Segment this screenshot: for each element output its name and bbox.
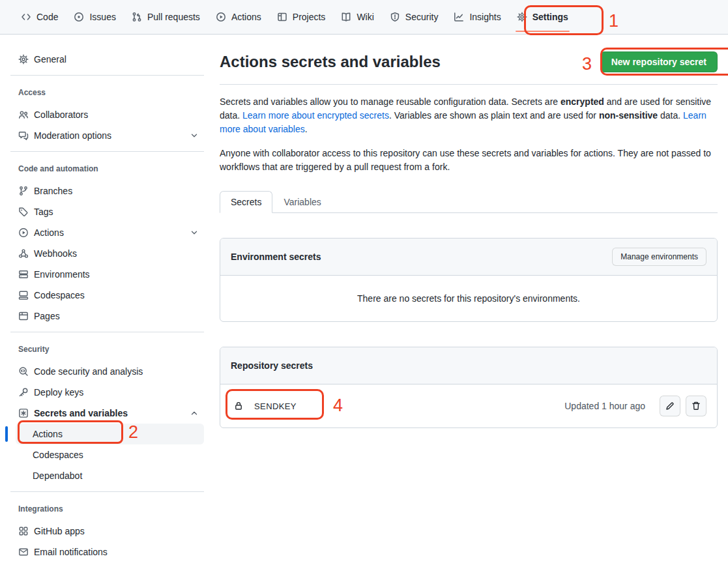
sidebar-subitem-actions[interactable]: Actions — [16, 424, 204, 444]
intro-text: data. — [658, 110, 683, 121]
secret-name: SENDKEY — [254, 401, 297, 411]
tab-settings[interactable]: Settings — [512, 0, 574, 34]
sidebar-item-branches[interactable]: Branches — [16, 181, 204, 201]
chevron-up-icon — [190, 409, 199, 418]
key-asterisk-icon — [18, 408, 29, 418]
sidebar-item-email-notifications[interactable]: Email notifications — [16, 542, 204, 562]
codescan-icon — [18, 366, 29, 377]
comment-discussion-icon — [18, 130, 29, 141]
sidebar-subitem-codespaces[interactable]: Codespaces — [16, 444, 204, 465]
tab-label: Actions — [231, 12, 261, 22]
project-icon — [277, 12, 287, 22]
sidebar-item-collaborators[interactable]: Collaborators — [16, 104, 204, 125]
environment-secrets-box: Environment secrets Manage environments … — [220, 238, 718, 322]
sidebar-section-integrations: Integrations — [16, 502, 204, 515]
sidebar-item-secrets-and-variables[interactable]: Secrets and variables — [16, 403, 204, 424]
tab-security[interactable]: Security — [385, 0, 444, 34]
sidebar-item-label: Collaborators — [34, 109, 88, 120]
repository-secrets-box: Repository secrets SENDKEY Updated 1 hou… — [220, 347, 718, 428]
secret-updated-text: Updated 1 hour ago — [564, 401, 645, 411]
sidebar-item-pages[interactable]: Pages — [16, 306, 204, 326]
play-icon — [216, 12, 226, 22]
sidebar-subitem-dependabot[interactable]: Dependabot — [16, 465, 204, 486]
sidebar-item-deploy-keys[interactable]: Deploy keys — [16, 382, 204, 403]
sidebar-item-general[interactable]: General — [16, 49, 204, 70]
mail-icon — [18, 547, 29, 557]
tab-variables[interactable]: Variables — [272, 191, 332, 213]
sidebar-item-label: GitHub apps — [34, 526, 85, 536]
codespaces-icon — [18, 290, 29, 300]
delete-secret-button[interactable] — [686, 396, 706, 416]
sidebar-divider — [10, 151, 204, 152]
sidebar-item-label: Moderation options — [34, 130, 111, 141]
tab-pull-requests[interactable]: Pull requests — [126, 0, 205, 34]
book-icon — [341, 12, 351, 22]
sidebar-item-tags[interactable]: Tags — [16, 201, 204, 222]
intro-text: . — [305, 124, 308, 134]
tab-wiki[interactable]: Wiki — [336, 0, 379, 34]
tab-label: Security — [405, 12, 439, 22]
sidebar-section-security: Security — [16, 343, 204, 356]
webhook-icon — [18, 248, 29, 259]
sidebar-item-label: Tags — [34, 207, 53, 217]
code-icon — [21, 12, 31, 22]
sidebar-item-label: Secrets and variables — [34, 408, 128, 418]
tab-insights[interactable]: Insights — [448, 0, 506, 34]
sidebar-item-codespaces[interactable]: Codespaces — [16, 285, 204, 306]
sidebar-item-label: General — [34, 54, 66, 65]
page-title: Actions secrets and variables — [220, 51, 441, 72]
secret-name-wrap: SENDKEY — [231, 401, 297, 411]
gear-icon — [18, 54, 29, 65]
tag-icon — [18, 207, 29, 217]
edit-secret-button[interactable] — [660, 396, 680, 416]
page-header: Actions secrets and variables New reposi… — [220, 51, 718, 85]
tab-code[interactable]: Code — [16, 0, 63, 34]
sidebar-item-label: Pages — [34, 311, 60, 321]
tab-secrets[interactable]: Secrets — [220, 191, 272, 213]
collaborator-access-paragraph: Anyone with collaborator access to this … — [220, 147, 718, 174]
tab-actions[interactable]: Actions — [211, 0, 267, 34]
tab-label: Insights — [469, 12, 501, 22]
link-encrypted-secrets[interactable]: Learn more about encrypted secrets — [242, 110, 389, 121]
sidebar-divider — [10, 332, 204, 332]
sidebar-item-label: Code security and analysis — [34, 366, 143, 377]
tab-issues[interactable]: Issues — [68, 0, 121, 34]
sidebar-item-webhooks[interactable]: Webhooks — [16, 243, 204, 264]
graph-icon — [454, 12, 464, 22]
sidebar-section-code-automation: Code and automation — [16, 162, 204, 175]
tab-label: Settings — [532, 12, 568, 22]
apps-grid-icon — [18, 526, 29, 536]
chevron-down-icon — [190, 131, 199, 140]
sidebar-item-label: Actions — [33, 429, 63, 439]
secret-row-sendkey: SENDKEY Updated 1 hour ago — [220, 384, 717, 427]
tab-projects[interactable]: Projects — [272, 0, 331, 34]
sidebar-item-label: Codespaces — [33, 450, 83, 460]
sidebar-section-access: Access — [16, 86, 204, 99]
secrets-variables-tabnav: Secrets Variables — [220, 191, 718, 213]
manage-environments-button[interactable]: Manage environments — [612, 248, 706, 266]
key-icon — [18, 387, 29, 398]
tab-label: Code — [36, 12, 58, 22]
sidebar-divider — [10, 491, 204, 492]
git-pull-request-icon — [132, 12, 142, 22]
sidebar-item-environments[interactable]: Environments — [16, 264, 204, 285]
environment-secrets-header: Environment secrets Manage environments — [220, 239, 717, 276]
people-icon — [18, 109, 29, 120]
shield-icon — [390, 12, 400, 22]
main-content: Actions secrets and variables New reposi… — [209, 35, 728, 428]
sidebar-item-actions[interactable]: Actions — [16, 222, 204, 243]
git-branch-icon — [18, 186, 29, 196]
pencil-icon — [665, 401, 675, 411]
trash-icon — [691, 401, 701, 411]
sidebar-item-moderation-options[interactable]: Moderation options — [16, 125, 204, 146]
sidebar-item-label: Email notifications — [34, 547, 108, 557]
sidebar-item-label: Dependabot — [33, 471, 82, 481]
environment-secrets-empty-state: There are no secrets for this repository… — [220, 276, 717, 321]
intro-bold-encrypted: encrypted — [561, 96, 604, 107]
server-icon — [18, 269, 29, 280]
sidebar-item-github-apps[interactable]: GitHub apps — [16, 521, 204, 542]
tab-label: Projects — [293, 12, 326, 22]
new-repository-secret-button[interactable]: New repository secret — [600, 51, 718, 72]
sidebar-item-code-security[interactable]: Code security and analysis — [16, 361, 204, 382]
intro-text: . Variables are shown as plain text and … — [389, 110, 599, 121]
